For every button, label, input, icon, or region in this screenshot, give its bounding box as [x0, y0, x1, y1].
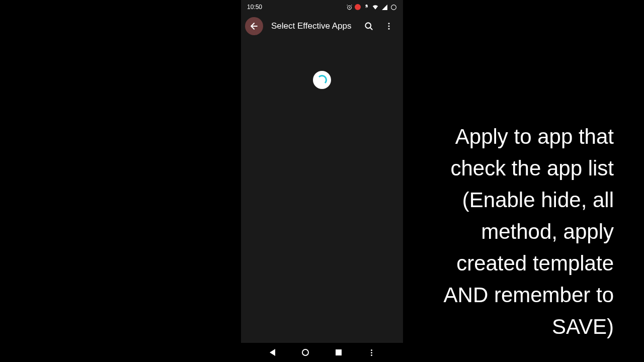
nav-recents-button[interactable] [329, 349, 349, 355]
status-bar: 10:50 [241, 0, 403, 14]
battery-icon [390, 4, 397, 11]
square-recents-icon [336, 349, 342, 355]
svg-point-4 [388, 26, 390, 27]
overflow-menu-button[interactable] [379, 16, 399, 36]
back-button[interactable] [245, 17, 263, 35]
page-title: Select Effective Apps [271, 21, 359, 31]
dots-menu-icon [371, 349, 372, 356]
signal-icon [381, 4, 388, 11]
nav-menu-button[interactable] [361, 349, 381, 356]
instruction-text: Apply to app that check the app list (En… [423, 121, 614, 342]
mute-icon [363, 4, 370, 11]
nav-home-button[interactable] [295, 349, 315, 356]
search-icon [364, 21, 374, 31]
nav-back-button[interactable] [263, 349, 283, 356]
svg-point-3 [388, 23, 390, 24]
record-icon [355, 4, 361, 10]
phone-frame: 10:50 Select Effective Apps [241, 0, 403, 362]
wifi-icon [372, 4, 379, 11]
system-nav-bar [241, 343, 403, 362]
svg-point-5 [388, 28, 390, 30]
more-vert-icon [384, 22, 393, 31]
arrow-left-icon [249, 21, 259, 31]
app-bar: Select Effective Apps [241, 14, 403, 38]
alarm-icon [346, 4, 353, 11]
circle-home-icon [302, 349, 309, 356]
content-area [241, 38, 403, 343]
loading-spinner [313, 71, 331, 89]
search-button[interactable] [359, 16, 379, 36]
spinner-arc-icon [317, 75, 327, 85]
svg-point-1 [391, 5, 396, 10]
status-time: 10:50 [247, 4, 262, 11]
triangle-back-icon [270, 349, 275, 356]
status-icons [346, 4, 397, 11]
